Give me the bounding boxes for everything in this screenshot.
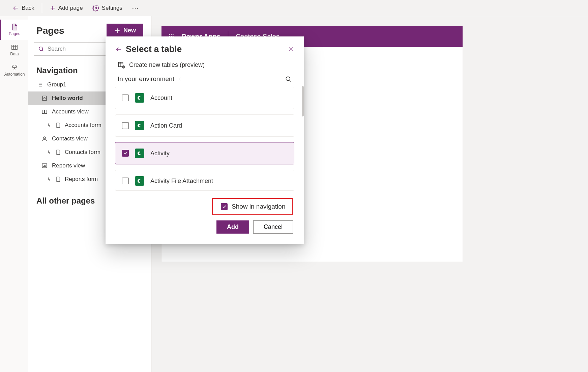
environment-label: In your environment xyxy=(118,75,174,83)
new-button[interactable]: New xyxy=(107,24,143,37)
rail-automation[interactable]: Automation xyxy=(0,60,28,80)
plus-icon xyxy=(50,5,56,11)
nav-accounts-view-label: Accounts view xyxy=(52,108,89,115)
more-button[interactable]: ⋯ xyxy=(128,2,143,14)
dataverse-icon xyxy=(135,121,144,130)
dialog-header: Select a table xyxy=(106,36,304,56)
dataverse-icon xyxy=(135,176,144,186)
svg-rect-8 xyxy=(42,110,44,114)
svg-point-13 xyxy=(171,34,172,35)
sublink-icon: ↳ xyxy=(47,150,51,155)
table-plus-icon xyxy=(118,61,125,69)
checkbox[interactable] xyxy=(122,150,129,157)
panel-title: Pages xyxy=(36,25,64,36)
table-item-activity-file[interactable]: Activity File Attachment xyxy=(115,170,294,191)
checkbox[interactable] xyxy=(122,122,129,129)
rail-data[interactable]: Data xyxy=(0,40,28,60)
dialog-back-button[interactable] xyxy=(115,46,122,53)
svg-point-3 xyxy=(16,65,17,67)
search-icon xyxy=(38,46,44,52)
automation-icon xyxy=(11,64,18,71)
ellipsis-icon: ⋯ xyxy=(132,4,139,12)
custom-page-icon xyxy=(41,95,48,101)
back-button[interactable]: Back xyxy=(8,3,38,14)
table-icon xyxy=(11,44,18,51)
sort-icon[interactable] xyxy=(178,76,182,82)
toolbar-separator xyxy=(42,3,42,13)
svg-point-0 xyxy=(95,7,96,9)
plus-icon xyxy=(114,27,121,34)
environment-row: In your environment xyxy=(106,72,304,86)
view-icon xyxy=(41,109,48,115)
chart-icon xyxy=(41,163,48,169)
checkbox[interactable] xyxy=(221,203,228,210)
checkbox[interactable] xyxy=(122,95,129,101)
create-new-tables-label: Create new tables (preview) xyxy=(129,61,205,69)
left-rail: Pages Data Automation xyxy=(0,16,28,372)
form-icon xyxy=(55,123,61,128)
svg-point-7 xyxy=(44,98,46,99)
nav-hello-label: Hello world xyxy=(52,95,83,102)
add-button[interactable]: Add xyxy=(216,220,249,234)
table-name: Account xyxy=(150,95,172,102)
top-toolbar: Back Add page Settings ⋯ xyxy=(0,0,588,16)
table-item-action-card[interactable]: Action Card xyxy=(115,114,294,137)
settings-button[interactable]: Settings xyxy=(88,3,126,14)
dialog-close-button[interactable] xyxy=(288,46,294,53)
svg-point-5 xyxy=(39,47,43,51)
cancel-button[interactable]: Cancel xyxy=(253,220,293,234)
rail-automation-label: Automation xyxy=(4,72,25,77)
settings-label: Settings xyxy=(102,5,122,11)
select-table-dialog: Select a table Create new tables (previe… xyxy=(106,36,304,244)
show-in-navigation-option[interactable]: Show in navigation xyxy=(212,198,293,215)
svg-point-12 xyxy=(169,34,170,35)
rail-data-label: Data xyxy=(10,52,19,56)
table-name: Activity File Attachment xyxy=(150,178,213,185)
sublink-icon: ↳ xyxy=(47,177,51,182)
svg-point-23 xyxy=(286,77,290,81)
create-new-tables-link[interactable]: Create new tables (preview) xyxy=(106,56,304,72)
page-icon xyxy=(11,23,18,31)
dialog-title: Select a table xyxy=(126,44,284,54)
form-icon xyxy=(55,177,61,182)
checkbox[interactable] xyxy=(122,178,129,184)
table-name: Activity xyxy=(150,150,170,157)
table-name: Action Card xyxy=(150,122,182,129)
table-list: Account Action Card Activity xyxy=(106,86,304,191)
gear-icon xyxy=(92,5,99,11)
add-page-label: Add page xyxy=(58,5,83,11)
table-item-account[interactable]: Account xyxy=(115,87,294,109)
svg-rect-9 xyxy=(45,110,47,114)
svg-rect-6 xyxy=(42,96,47,101)
new-button-label: New xyxy=(123,27,136,34)
svg-point-4 xyxy=(14,69,15,70)
person-icon xyxy=(41,136,48,142)
nav-reports-view-label: Reports view xyxy=(52,162,85,169)
search-tables-button[interactable] xyxy=(285,76,292,82)
dataverse-icon xyxy=(135,93,144,103)
svg-rect-1 xyxy=(12,45,18,50)
rail-pages-label: Pages xyxy=(9,31,20,36)
svg-point-2 xyxy=(12,65,13,67)
nav-accounts-form-label: Accounts form xyxy=(65,122,101,129)
nav-group-label: Group1 xyxy=(47,81,66,88)
scrollbar[interactable] xyxy=(302,86,304,116)
svg-point-10 xyxy=(43,137,46,139)
dataverse-icon xyxy=(135,149,144,158)
add-page-button[interactable]: Add page xyxy=(46,3,87,14)
rail-pages[interactable]: Pages xyxy=(0,20,28,40)
nav-contacts-form-label: Contacts form xyxy=(65,149,100,156)
form-icon xyxy=(55,150,61,155)
nav-contacts-view-label: Contacts view xyxy=(52,135,88,142)
table-item-activity[interactable]: Activity xyxy=(115,142,294,164)
back-label: Back xyxy=(22,5,34,11)
show-in-nav-label: Show in navigation xyxy=(232,203,286,210)
nav-reports-form-label: Reports form xyxy=(65,176,98,183)
dialog-footer: Show in navigation Add Cancel xyxy=(106,196,304,234)
back-arrow-icon xyxy=(12,5,19,11)
svg-point-14 xyxy=(173,34,174,35)
list-icon xyxy=(36,82,43,88)
sublink-icon: ↳ xyxy=(47,123,51,128)
